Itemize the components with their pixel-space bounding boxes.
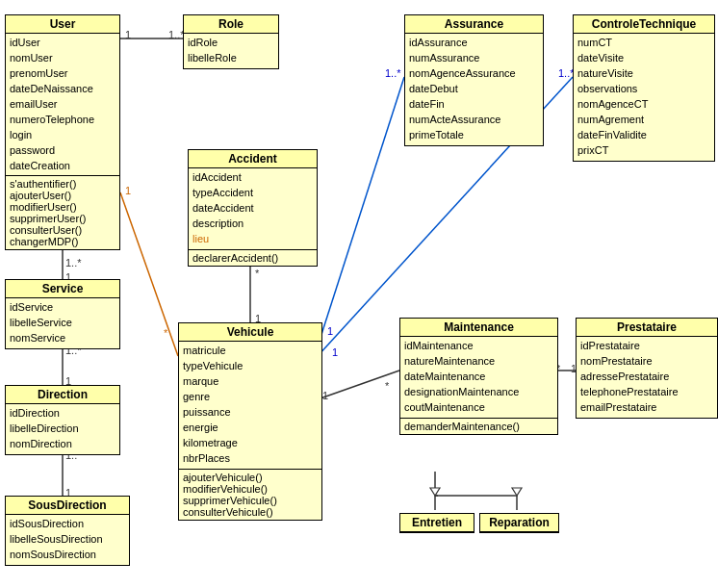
mult-veh-ass-1: 1 bbox=[327, 325, 333, 337]
sousdirection-class: SousDirection idSousDirection libelleSou… bbox=[5, 496, 130, 566]
mult-user-service-1: 1..* bbox=[65, 257, 82, 268]
controletechnique-class-header: ControleTechnique bbox=[574, 15, 714, 34]
accident-class-header: Accident bbox=[189, 150, 317, 168]
maintenance-class-body: idMaintenance natureMaintenance dateMain… bbox=[400, 337, 557, 418]
prestataire-class: Prestataire idPrestataire nomPrestataire… bbox=[576, 318, 718, 419]
prestataire-class-header: Prestataire bbox=[577, 319, 717, 337]
maintenance-class-methods: demanderMaintenance() bbox=[400, 418, 557, 434]
user-class-methods: s'authentifier() ajouterUser() modifierU… bbox=[6, 175, 119, 249]
controletechnique-class: ControleTechnique numCT dateVisite natur… bbox=[573, 14, 715, 162]
service-class: Service idService libelleService nomServ… bbox=[5, 279, 120, 349]
service-class-body: idService libelleService nomService bbox=[6, 298, 119, 348]
controletechnique-class-body: numCT dateVisite natureVisite observatio… bbox=[574, 34, 714, 161]
mult-user-role-1: 1 bbox=[125, 29, 131, 40]
assurance-class-body: idAssurance numAssurance nomAgenceAssura… bbox=[405, 34, 543, 145]
service-class-header: Service bbox=[6, 280, 119, 298]
assurance-class-header: Assurance bbox=[405, 15, 543, 34]
mult-veh-ass-2: 1..* bbox=[385, 67, 401, 79]
assurance-class: Assurance idAssurance numAssurance nomAg… bbox=[404, 14, 544, 146]
prestataire-class-body: idPrestataire nomPrestataire adressePres… bbox=[577, 337, 717, 418]
mult-veh-maint-2: * bbox=[385, 380, 389, 392]
reparation-class-header: Reparation bbox=[480, 514, 558, 532]
vehicule-class-methods: ajouterVehicule() modifierVehicule() sup… bbox=[179, 469, 321, 520]
svg-line-4 bbox=[120, 192, 178, 356]
direction-class-header: Direction bbox=[6, 386, 119, 404]
mult-veh-ct-1: 1 bbox=[332, 346, 338, 358]
vehicule-class-body: matricule typeVehicule marque genre puis… bbox=[179, 342, 321, 469]
entretien-class: Entretien bbox=[399, 513, 474, 533]
reparation-class: Reparation bbox=[479, 513, 559, 533]
sousdirection-class-body: idSousDirection libelleSousDirection nom… bbox=[6, 515, 129, 565]
accident-class-body: idAccident typeAccident dateAccident des… bbox=[189, 168, 317, 249]
mult-user-veh-1: 1 bbox=[125, 185, 131, 196]
accident-class-methods: declarerAccident() bbox=[189, 249, 317, 266]
user-class: User idUser nomUser prenomUser dateDeNai… bbox=[5, 14, 120, 250]
maintenance-class-header: Maintenance bbox=[400, 319, 557, 337]
direction-class: Direction idDirection libelleDirection n… bbox=[5, 385, 120, 455]
user-class-header: User bbox=[6, 15, 119, 34]
svg-marker-16 bbox=[512, 488, 522, 496]
direction-class-body: idDirection libelleDirection nomDirectio… bbox=[6, 404, 119, 454]
role-class-body: idRole libelleRole bbox=[184, 34, 278, 68]
maintenance-class: Maintenance idMaintenance natureMaintena… bbox=[399, 318, 558, 435]
user-class-body: idUser nomUser prenomUser dateDeNaissanc… bbox=[6, 34, 119, 175]
vehicule-class-header: Vehicule bbox=[179, 323, 321, 342]
mult-veh-maint-1: 1 bbox=[322, 390, 328, 401]
role-class: Role idRole libelleRole bbox=[183, 14, 279, 69]
vehicule-class: Vehicule matricule typeVehicule marque g… bbox=[178, 322, 322, 521]
svg-marker-15 bbox=[430, 488, 440, 496]
sousdirection-class-header: SousDirection bbox=[6, 497, 129, 515]
svg-line-6 bbox=[318, 77, 404, 346]
entretien-class-header: Entretien bbox=[400, 514, 474, 532]
accident-class: Accident idAccident typeAccident dateAcc… bbox=[188, 149, 318, 267]
role-class-header: Role bbox=[184, 15, 278, 34]
mult-acc-veh-1: * bbox=[255, 268, 259, 279]
mult-user-veh-2: * bbox=[164, 327, 167, 339]
